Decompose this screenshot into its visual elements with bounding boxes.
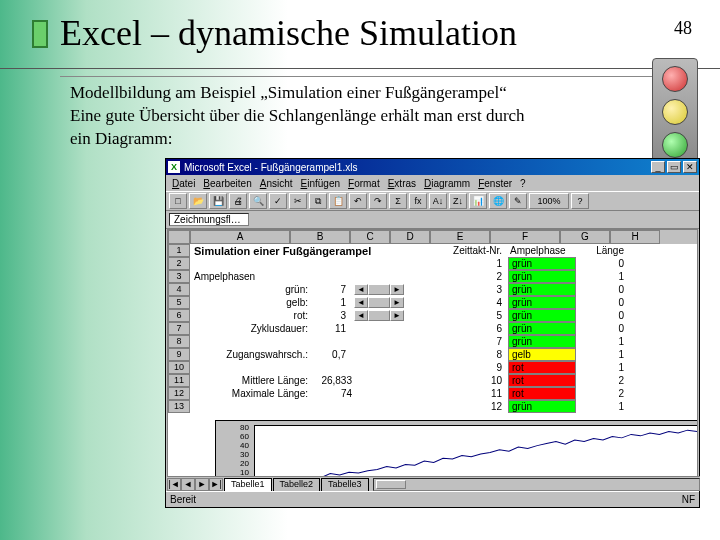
menu-item[interactable]: Diagramm xyxy=(424,178,470,189)
column-header[interactable]: H xyxy=(610,230,660,244)
titlebar[interactable]: X Microsoft Excel - Fußgängerampel1.xls … xyxy=(166,159,699,175)
decrement-button[interactable]: ◄ xyxy=(354,310,368,321)
sheet-tab[interactable]: Tabelle2 xyxy=(273,478,321,491)
draw-button[interactable]: ✎ xyxy=(509,193,527,209)
column-header[interactable]: C xyxy=(350,230,390,244)
cell-value: 2 xyxy=(580,387,626,400)
row-header[interactable]: 5 xyxy=(168,296,190,309)
save-button[interactable]: 💾 xyxy=(209,193,227,209)
cell-value: 0 xyxy=(580,322,626,335)
row-header[interactable]: 13 xyxy=(168,400,190,413)
decrement-button[interactable]: ◄ xyxy=(354,284,368,295)
phase-cell: grün xyxy=(508,309,576,322)
menu-item[interactable]: ? xyxy=(520,178,526,189)
row-header[interactable]: 4 xyxy=(168,283,190,296)
maximize-button[interactable]: ▭ xyxy=(667,161,681,173)
increment-button[interactable]: ► xyxy=(390,310,404,321)
copy-button[interactable]: ⧉ xyxy=(309,193,327,209)
help-button[interactable]: ? xyxy=(571,193,589,209)
increment-button[interactable]: ► xyxy=(390,297,404,308)
row-header[interactable]: 2 xyxy=(168,257,190,270)
cell-value: 1 xyxy=(580,400,626,413)
spinner[interactable]: ◄► xyxy=(354,310,404,321)
menu-item[interactable]: Fenster xyxy=(478,178,512,189)
row-header[interactable]: 9 xyxy=(168,348,190,361)
cell-value: 2 xyxy=(580,374,626,387)
column-header[interactable]: E xyxy=(430,230,490,244)
row-header[interactable]: 10 xyxy=(168,361,190,374)
menu-item[interactable]: Einfügen xyxy=(301,178,340,189)
undo-button[interactable]: ↶ xyxy=(349,193,367,209)
row-header[interactable]: 8 xyxy=(168,335,190,348)
cell-label: rot: xyxy=(250,309,310,322)
tab-nav-next[interactable]: ► xyxy=(195,478,209,491)
sort-asc-button[interactable]: A↓ xyxy=(429,193,447,209)
scroll-thumb[interactable] xyxy=(376,480,406,489)
row-header[interactable]: 1 xyxy=(168,244,190,257)
menu-item[interactable]: Extras xyxy=(388,178,416,189)
fx-button[interactable]: fx xyxy=(409,193,427,209)
cut-button[interactable]: ✂ xyxy=(289,193,307,209)
tab-nav-prev[interactable]: ◄ xyxy=(181,478,195,491)
open-button[interactable]: 📂 xyxy=(189,193,207,209)
row-header[interactable]: 7 xyxy=(168,322,190,335)
cell-value: 12 xyxy=(430,400,504,413)
column-header[interactable]: B xyxy=(290,230,350,244)
column-header[interactable]: A xyxy=(190,230,290,244)
menu-item[interactable]: Bearbeiten xyxy=(203,178,251,189)
preview-button[interactable]: 🔍 xyxy=(249,193,267,209)
column-header[interactable]: F xyxy=(490,230,560,244)
column-header[interactable]: G xyxy=(560,230,610,244)
tab-nav-last[interactable]: ►| xyxy=(209,478,223,491)
tab-nav-first[interactable]: |◄ xyxy=(167,478,181,491)
phase-cell: grün xyxy=(508,400,576,413)
sheet-tab[interactable]: Tabelle3 xyxy=(321,478,369,491)
cell-header: Zeittakt-Nr. xyxy=(430,244,504,257)
cell-label: grün: xyxy=(250,283,310,296)
grid[interactable]: ABCDEFGH 12345678910111213 Simulation ei… xyxy=(167,229,698,491)
sheet-tab[interactable]: Tabelle1 xyxy=(224,478,272,491)
horizontal-scrollbar[interactable] xyxy=(373,478,700,491)
row-header[interactable]: 3 xyxy=(168,270,190,283)
cell-label: Ampelphasen xyxy=(192,270,257,283)
cell-value: 0 xyxy=(580,309,626,322)
sum-button[interactable]: Σ xyxy=(389,193,407,209)
menu-item[interactable]: Ansicht xyxy=(260,178,293,189)
increment-button[interactable]: ► xyxy=(390,284,404,295)
zoom-dropdown[interactable]: 100% xyxy=(529,193,569,209)
statusbar: Bereit NF xyxy=(166,491,699,507)
status-indicator: NF xyxy=(682,494,695,505)
spinner[interactable]: ◄► xyxy=(354,297,404,308)
cell-value: 1 xyxy=(580,348,626,361)
cell-value: 3 xyxy=(430,283,504,296)
row-header[interactable]: 6 xyxy=(168,309,190,322)
subtitle-line: Modellbildung am Beispiel „Simulation ei… xyxy=(70,83,507,102)
cell-value: 7 xyxy=(312,283,348,296)
subtitle-block: Modellbildung am Beispiel „Simulation ei… xyxy=(70,82,610,151)
column-header[interactable]: D xyxy=(390,230,430,244)
name-box[interactable]: Zeichnungsfl… xyxy=(169,213,249,226)
chart-button[interactable]: 📊 xyxy=(469,193,487,209)
window-title: Microsoft Excel - Fußgängerampel1.xls xyxy=(184,162,649,173)
decrement-button[interactable]: ◄ xyxy=(354,297,368,308)
menu-item[interactable]: Format xyxy=(348,178,380,189)
select-all-button[interactable] xyxy=(168,230,190,244)
spinner[interactable]: ◄► xyxy=(354,284,404,295)
spell-button[interactable]: ✓ xyxy=(269,193,287,209)
close-button[interactable]: ✕ xyxy=(683,161,697,173)
traffic-light-icon xyxy=(652,58,698,166)
row-header[interactable]: 11 xyxy=(168,374,190,387)
minimize-button[interactable]: _ xyxy=(651,161,665,173)
cell-header: Länge xyxy=(580,244,626,257)
paste-button[interactable]: 📋 xyxy=(329,193,347,209)
chart-line xyxy=(255,426,697,482)
slide: Excel – dynamische Simulation 48 Modellb… xyxy=(0,0,720,540)
menu-item[interactable]: Datei xyxy=(172,178,195,189)
map-button[interactable]: 🌐 xyxy=(489,193,507,209)
sort-desc-button[interactable]: Z↓ xyxy=(449,193,467,209)
cells-area[interactable]: Simulation einer Fußgängerampel Ampelpha… xyxy=(190,244,697,490)
row-header[interactable]: 12 xyxy=(168,387,190,400)
redo-button[interactable]: ↷ xyxy=(369,193,387,209)
print-button[interactable]: 🖨 xyxy=(229,193,247,209)
new-button[interactable]: □ xyxy=(169,193,187,209)
